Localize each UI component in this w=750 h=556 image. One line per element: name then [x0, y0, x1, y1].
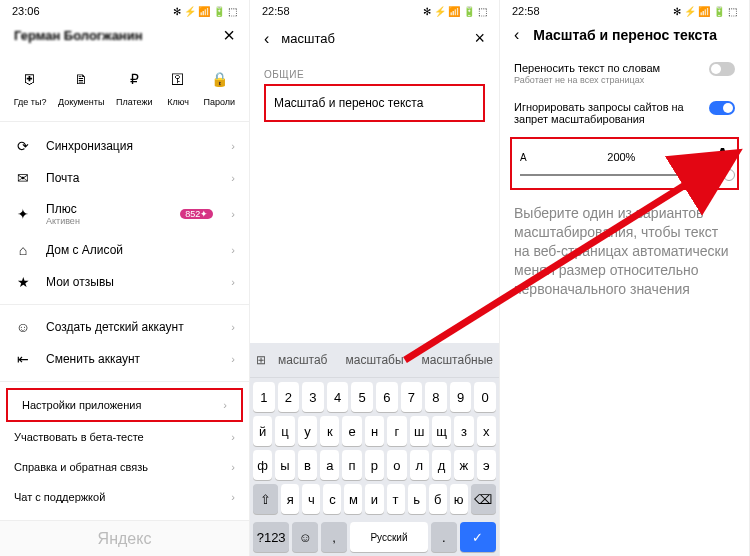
key-emoji[interactable]: ☺: [292, 522, 318, 552]
brand-footer: Яндекс: [0, 520, 249, 556]
key[interactable]: 8: [425, 382, 447, 412]
menu-item[interactable]: ✉ Почта ›: [0, 162, 249, 194]
status-time: 22:58: [262, 5, 290, 17]
section-header: ОБЩИЕ: [250, 59, 499, 84]
key[interactable]: у: [298, 416, 317, 446]
key[interactable]: с: [323, 484, 341, 514]
key[interactable]: о: [387, 450, 406, 480]
key[interactable]: т: [387, 484, 405, 514]
key[interactable]: 9: [450, 382, 472, 412]
menu-beta[interactable]: Участвовать в бета-тесте›: [0, 422, 249, 452]
suggestion[interactable]: масштаб: [272, 349, 333, 371]
menu-item[interactable]: ⇤ Сменить аккаунт ›: [0, 343, 249, 375]
key-space[interactable]: Русский: [350, 522, 428, 552]
clear-icon[interactable]: ×: [474, 28, 485, 49]
slider-knob[interactable]: [723, 169, 735, 181]
menu-icon: ⌂: [14, 242, 32, 258]
quick-icon: 🔒: [205, 65, 233, 93]
key[interactable]: я: [281, 484, 299, 514]
key[interactable]: л: [410, 450, 429, 480]
search-bar: ‹ масштаб ×: [250, 22, 499, 59]
key[interactable]: ю: [450, 484, 468, 514]
quick-action[interactable]: 🔒 Пароли: [204, 65, 236, 107]
key[interactable]: и: [365, 484, 383, 514]
menu-item[interactable]: ⟳ Синхронизация ›: [0, 130, 249, 162]
key[interactable]: д: [432, 450, 451, 480]
key[interactable]: щ: [432, 416, 451, 446]
menu-icon: ✦: [14, 206, 32, 222]
key[interactable]: 2: [278, 382, 300, 412]
toggle-off[interactable]: [709, 62, 735, 76]
key[interactable]: р: [365, 450, 384, 480]
menu-app-settings[interactable]: Настройки приложения ›: [8, 390, 241, 420]
quick-action[interactable]: ⛨ Где ты?: [14, 65, 47, 107]
status-bar: 22:58 ✻ ⚡ 📶 🔋 ⬚: [250, 0, 499, 22]
search-input[interactable]: масштаб: [281, 31, 462, 46]
key[interactable]: е: [342, 416, 361, 446]
quick-icon: ⛨: [16, 65, 44, 93]
toggle-on[interactable]: [709, 101, 735, 115]
menu-item[interactable]: ★ Мои отзывы ›: [0, 266, 249, 298]
slider-track[interactable]: [520, 174, 729, 176]
key[interactable]: 4: [327, 382, 349, 412]
key[interactable]: ы: [275, 450, 294, 480]
key[interactable]: ⇧: [253, 484, 278, 514]
key[interactable]: ь: [408, 484, 426, 514]
scale-slider[interactable]: A 200% A: [510, 137, 739, 190]
key-comma[interactable]: ,: [321, 522, 347, 552]
key[interactable]: й: [253, 416, 272, 446]
key[interactable]: ф: [253, 450, 272, 480]
search-result-item[interactable]: Масштаб и перенос текста: [264, 84, 485, 122]
key[interactable]: б: [429, 484, 447, 514]
key[interactable]: в: [298, 450, 317, 480]
quick-action[interactable]: ⚿ Ключ: [164, 65, 192, 107]
suggestion[interactable]: масштабные: [416, 349, 499, 371]
key[interactable]: а: [320, 450, 339, 480]
menu-help[interactable]: Справка и обратная связь›: [0, 452, 249, 482]
back-icon[interactable]: ‹: [514, 26, 519, 44]
key[interactable]: х: [477, 416, 496, 446]
quick-action[interactable]: ₽ Платежи: [116, 65, 153, 107]
key[interactable]: ц: [275, 416, 294, 446]
menu-item[interactable]: ⌂ Дом с Алисой ›: [0, 234, 249, 266]
suggestion[interactable]: масштабы: [339, 349, 409, 371]
key[interactable]: ж: [454, 450, 473, 480]
option-word-wrap[interactable]: Переносить текст по словам Работает не н…: [500, 54, 749, 93]
key[interactable]: ч: [302, 484, 320, 514]
close-icon[interactable]: ×: [223, 24, 235, 47]
key[interactable]: ⌫: [471, 484, 496, 514]
key-submit[interactable]: ✓: [460, 522, 496, 552]
key[interactable]: 5: [351, 382, 373, 412]
quick-actions: ⛨ Где ты? 🗎 Документы ₽ Платежи ⚿ Ключ 🔒…: [0, 57, 249, 122]
key-symbols[interactable]: ?123: [253, 522, 289, 552]
key[interactable]: 1: [253, 382, 275, 412]
key[interactable]: п: [342, 450, 361, 480]
key[interactable]: 0: [474, 382, 496, 412]
chevron-right-icon: ›: [223, 399, 227, 411]
menu-item[interactable]: ☺ Создать детский аккаунт ›: [0, 311, 249, 343]
key-dot[interactable]: .: [431, 522, 457, 552]
key[interactable]: г: [387, 416, 406, 446]
menu-icon: ⇤: [14, 351, 32, 367]
menu-label: ПлюсАктивен: [46, 202, 166, 226]
key[interactable]: 3: [302, 382, 324, 412]
key[interactable]: 6: [376, 382, 398, 412]
quick-action[interactable]: 🗎 Документы: [58, 65, 104, 107]
key[interactable]: м: [344, 484, 362, 514]
menu-support-chat[interactable]: Чат с поддержкой›: [0, 482, 249, 512]
key[interactable]: 7: [401, 382, 423, 412]
key[interactable]: ш: [410, 416, 429, 446]
status-icons: ✻ ⚡ 📶 🔋 ⬚: [423, 6, 487, 17]
key[interactable]: к: [320, 416, 339, 446]
back-icon[interactable]: ‹: [264, 30, 269, 48]
slider-value: 200%: [607, 151, 635, 163]
grid-icon[interactable]: ⊞: [256, 353, 266, 367]
key[interactable]: з: [454, 416, 473, 446]
menu-item[interactable]: ✦ ПлюсАктивен 852✦ ›: [0, 194, 249, 234]
quick-label: Ключ: [167, 97, 189, 107]
option-ignore-zoom-block[interactable]: Игнорировать запросы сайтов на запрет ма…: [500, 93, 749, 133]
description-text: Выберите один из вариантов масштабирован…: [500, 194, 749, 308]
key[interactable]: э: [477, 450, 496, 480]
keyboard: ⊞ масштаб масштабы масштабные 1234567890…: [250, 343, 499, 556]
key[interactable]: н: [365, 416, 384, 446]
